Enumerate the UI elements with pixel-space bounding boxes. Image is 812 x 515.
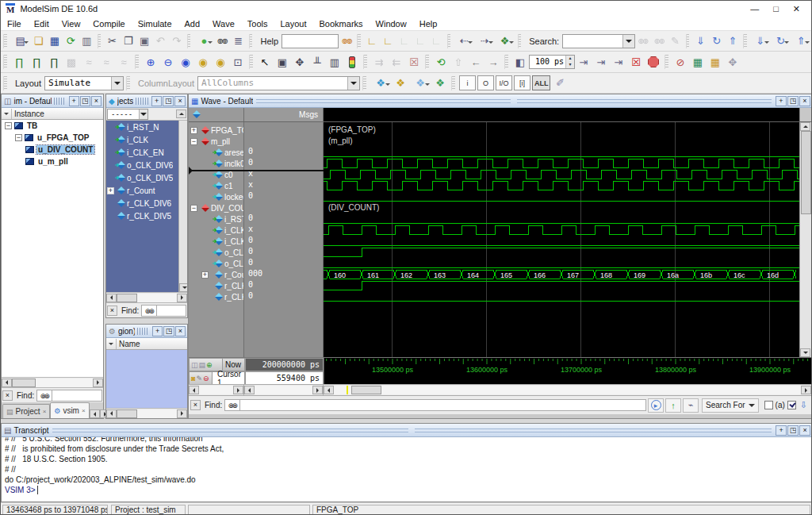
find-edge-refresh-button[interactable]: ↻ [771, 33, 791, 49]
wave-signal-row[interactable]: areset [189, 147, 243, 158]
break-button[interactable]: ☒ [627, 54, 645, 70]
scroll-left-button[interactable] [244, 386, 255, 394]
find-close-button[interactable]: × [2, 390, 13, 401]
panel-add-button[interactable]: + [69, 96, 79, 106]
scroll-thumb[interactable] [801, 131, 811, 214]
objects-signal-row[interactable]: r_CLK_DIV5 [106, 209, 187, 222]
panel-grip[interactable] [52, 429, 409, 432]
binoculars-icon[interactable]: ◎◎ [36, 390, 52, 402]
objects-vertical-scrollbar[interactable] [178, 121, 187, 292]
layout-combo-arrow-icon[interactable] [111, 77, 123, 90]
objects-scroll-down-button[interactable] [179, 283, 187, 292]
sim-panel-header[interactable]: ◫ im - Default + ◳ × [2, 94, 103, 108]
scroll-thumb[interactable] [12, 379, 36, 387]
cursor-label[interactable]: Cursor 1 [212, 371, 245, 385]
transcript-prompt[interactable]: VSIM 3> [5, 485, 812, 495]
find-close-button[interactable]: × [107, 306, 117, 316]
wave-names-header[interactable] [189, 108, 244, 121]
paste-cube-button[interactable]: ❖ [409, 75, 431, 91]
zoom-between-cursors-button[interactable]: ◉ [212, 54, 229, 70]
menu-wave[interactable]: Wave [206, 18, 241, 29]
scroll-track[interactable] [117, 294, 177, 302]
panel-add-button[interactable]: + [151, 96, 163, 106]
tree-expand-icon[interactable]: − [5, 122, 12, 129]
processes-horizontal-scrollbar[interactable] [106, 408, 187, 418]
view-outputs-button[interactable]: O [477, 75, 494, 90]
find-dock-icon[interactable]: ⇩ [800, 400, 807, 410]
run-length-input[interactable]: 100 ps▴▾ [529, 55, 575, 69]
scroll-thumb[interactable] [117, 409, 137, 418]
objects-signal-row[interactable]: r_CLK_DIV6 [106, 197, 187, 209]
wave-signal-row[interactable]: o_CLK_... [189, 258, 243, 269]
wave-signal-row[interactable]: i_CLK [189, 225, 243, 236]
zoom-full-button[interactable]: ◉ [177, 54, 194, 70]
menu-view[interactable]: View [56, 18, 87, 29]
objects-horizontal-scrollbar[interactable] [106, 292, 187, 302]
transcript-header[interactable]: ▤ Transcript + ◳ × [2, 424, 812, 437]
maximize-button[interactable]: □ [773, 4, 779, 14]
objects-signal-row[interactable]: o_CLK_DIV5 [106, 171, 187, 184]
canvas-scrollbar[interactable] [324, 385, 812, 395]
find-transition-refresh-button[interactable]: ↻ [709, 33, 725, 49]
filter-dropdown-icon[interactable] [106, 339, 117, 349]
no-force-button[interactable]: ⊘ [672, 54, 689, 70]
add-to-list-button[interactable]: ∟ [380, 33, 396, 49]
run-length-icon-button[interactable]: ◧ [511, 54, 529, 70]
scroll-down-button[interactable] [800, 348, 810, 357]
instance-tree-item-u_m_pll[interactable]: u_m_pll [2, 156, 103, 167]
scroll-right-button[interactable] [177, 294, 187, 302]
view-internal-button[interactable]: [i] [514, 75, 530, 90]
memory-profile-button[interactable]: ▦ [707, 54, 724, 70]
minimize-button[interactable]: — [750, 4, 759, 14]
objects-signal-row[interactable]: o_CLK_DIV6 [106, 159, 187, 171]
objects-signal-row[interactable]: i_CLK_EN [106, 146, 187, 159]
find-input[interactable] [157, 305, 186, 317]
export-cube-button[interactable]: ❖ [431, 75, 449, 91]
cursor-value[interactable]: 559400 ps [245, 371, 324, 385]
objects-filter-combo[interactable]: ----- [107, 109, 148, 120]
wave-signal-row[interactable]: o_CLK_... [189, 247, 243, 258]
panel-grip[interactable] [54, 98, 66, 105]
objects-scroll-up-button[interactable] [176, 110, 186, 118]
tab-close-icon[interactable]: × [43, 408, 47, 415]
panel-grip[interactable] [415, 429, 772, 432]
panel-close-button[interactable]: × [175, 326, 186, 336]
collapse-time-button[interactable]: ⇠ [454, 33, 474, 49]
run-all-button[interactable]: ⇥ [610, 54, 627, 70]
help-search-button[interactable]: ◎◎ [339, 33, 354, 49]
menu-edit[interactable]: Edit [28, 18, 56, 29]
objects-signal-row[interactable]: +r_Count [106, 184, 187, 197]
scroll-thumb[interactable] [351, 386, 381, 394]
processes-panel-header[interactable]: ⚙ gion) + ◳ × [106, 325, 187, 338]
stop-wave-drawing-button[interactable] [343, 54, 361, 70]
panel-undock-button[interactable]: ◳ [787, 96, 799, 106]
wave-panel-header[interactable]: ▦ Wave - Default + ◳ × [189, 94, 812, 108]
zoom-in-button[interactable]: ⊕ [142, 54, 159, 70]
panel-close-button[interactable]: × [91, 96, 102, 106]
tab-close-icon[interactable]: × [82, 407, 86, 414]
lock-cursor-icon[interactable]: ◙ [191, 375, 195, 382]
wave-find-input[interactable] [240, 399, 646, 411]
panel-undock-button[interactable]: ◳ [163, 96, 174, 106]
scroll-track[interactable] [12, 379, 93, 387]
grid-icon[interactable]: ▤ [199, 361, 206, 369]
new-file-button[interactable]: ▤ [10, 33, 31, 49]
scroll-left-button[interactable] [2, 379, 12, 387]
wave-pattern-mode-button[interactable]: ∏ [45, 54, 63, 70]
select-time-icon[interactable]: ◫ [191, 361, 198, 369]
tree-expand-icon[interactable]: + [190, 127, 197, 134]
tree-expand-icon[interactable]: − [190, 205, 197, 212]
columnlayout-combo[interactable]: AllColumns [197, 76, 360, 90]
tree-expand-icon[interactable]: − [15, 134, 22, 141]
panel-close-button[interactable]: × [799, 425, 810, 436]
scroll-thumb[interactable] [117, 294, 137, 302]
save-button[interactable]: ▦ [47, 33, 63, 49]
view-inout-button[interactable]: I/O [496, 75, 512, 90]
wave-find-next-button[interactable]: ▸ [648, 398, 664, 413]
scroll-left-button[interactable] [324, 386, 334, 394]
select-mode-button[interactable]: ↖ [256, 54, 274, 70]
delete-cursor-icon[interactable]: ⊖ [203, 375, 209, 382]
zoom-out-button[interactable]: ⊖ [159, 54, 177, 70]
find-prev-transition-button[interactable]: ⇑ [725, 33, 741, 49]
wrap-search-checkbox[interactable] [787, 401, 796, 409]
